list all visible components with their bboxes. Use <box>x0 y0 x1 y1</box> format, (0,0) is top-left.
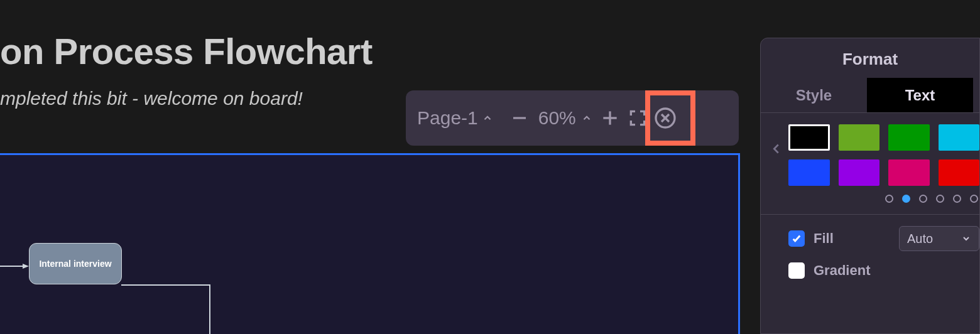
canvas-area[interactable]: Internal interview <box>0 153 740 334</box>
color-swatch[interactable] <box>788 159 830 186</box>
page-selector[interactable]: Page-1 <box>417 107 493 129</box>
page-dot[interactable] <box>885 195 893 203</box>
fill-label: Fill <box>814 230 834 247</box>
page-dot[interactable] <box>936 195 944 203</box>
chevron-up-icon[interactable] <box>581 112 592 124</box>
connector-arrow-icon <box>0 263 29 269</box>
connector-line <box>209 284 210 334</box>
zoom-percent[interactable]: 60% <box>538 107 576 129</box>
color-swatch[interactable] <box>888 124 929 151</box>
check-icon <box>791 233 802 244</box>
page-dot[interactable] <box>902 195 910 203</box>
fill-checkbox[interactable] <box>788 230 805 247</box>
zoom-in-button[interactable] <box>596 104 624 132</box>
chevron-up-icon <box>482 112 493 124</box>
color-swatch[interactable] <box>788 124 830 151</box>
page-subtitle: mpleted this bit - welcome on board! <box>0 88 303 109</box>
format-tabs: Style Text <box>761 78 979 113</box>
chevron-down-icon <box>961 234 971 244</box>
close-button[interactable] <box>651 104 679 132</box>
page-dot[interactable] <box>970 195 978 203</box>
zoom-out-button[interactable] <box>506 104 533 132</box>
page-title: on Process Flowchart <box>0 30 373 72</box>
color-swatch[interactable] <box>888 159 930 186</box>
color-swatch-row <box>788 159 979 186</box>
close-circle-icon <box>654 107 677 129</box>
gradient-checkbox[interactable] <box>788 262 805 279</box>
connector-line <box>121 284 210 286</box>
page-label: Page-1 <box>417 107 478 129</box>
chevron-left-icon[interactable] <box>770 139 783 158</box>
fullscreen-button[interactable] <box>624 104 651 132</box>
gradient-option-row: Gradient <box>788 262 979 279</box>
page-dot[interactable] <box>919 195 927 203</box>
page-dot[interactable] <box>953 195 961 203</box>
flowchart-node[interactable]: Internal interview <box>29 243 122 284</box>
zoom-toolbar: Page-1 60% <box>406 90 739 146</box>
tab-text[interactable]: Text <box>867 78 973 112</box>
gradient-label: Gradient <box>814 262 870 279</box>
color-swatch[interactable] <box>939 159 980 186</box>
fill-mode-dropdown[interactable]: Auto <box>899 226 979 251</box>
svg-marker-7 <box>23 264 29 269</box>
fill-option-row: Fill Auto <box>788 226 979 251</box>
fill-mode-value: Auto <box>907 232 933 246</box>
plus-icon <box>600 108 620 128</box>
color-page-indicator <box>788 195 979 203</box>
format-panel: Format Style Text Fill Auto <box>760 38 980 334</box>
color-swatch[interactable] <box>839 124 879 151</box>
color-swatch-row <box>788 124 979 151</box>
minus-icon <box>510 109 529 127</box>
format-panel-title: Format <box>761 38 979 78</box>
fullscreen-icon <box>628 108 648 128</box>
tab-style[interactable]: Style <box>761 78 867 112</box>
color-swatch[interactable] <box>939 124 979 151</box>
divider <box>761 214 979 215</box>
color-swatch[interactable] <box>839 159 880 186</box>
